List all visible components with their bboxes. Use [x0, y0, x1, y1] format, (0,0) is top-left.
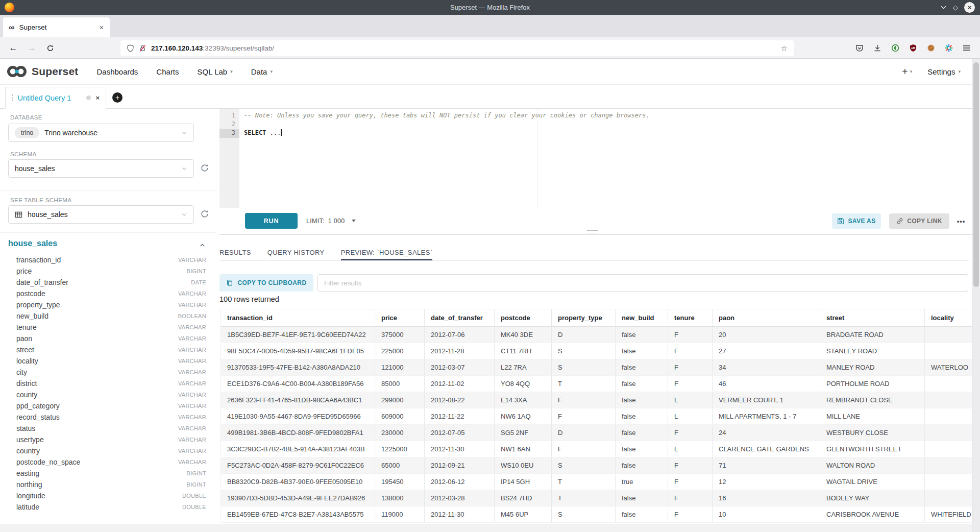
- pocket-icon[interactable]: [855, 44, 864, 52]
- copy-link-button[interactable]: COPY LINK: [889, 213, 949, 229]
- table-row[interactable]: 3C3C29DC-B7B2-4BE5-914A-A38123AF403B1225…: [221, 441, 978, 457]
- download-icon[interactable]: [873, 44, 881, 52]
- url-bar[interactable]: 217.160.120.143:32393/superset/sqllab/ ☆: [120, 40, 794, 56]
- extension-green-icon[interactable]: [891, 44, 899, 52]
- settings-menu[interactable]: Settings▾: [927, 67, 961, 76]
- column-row[interactable]: districtVARCHAR: [0, 378, 216, 389]
- caret-down-icon: ▾: [910, 69, 913, 74]
- column-header-new_build[interactable]: new_build: [616, 309, 668, 327]
- column-row[interactable]: statusVARCHAR: [0, 423, 216, 434]
- column-header-transaction_id[interactable]: transaction_id: [221, 309, 375, 327]
- column-row[interactable]: countyVARCHAR: [0, 389, 216, 400]
- table-row[interactable]: BB8320C9-D82B-4B37-90E0-9FEE05095E101954…: [221, 474, 978, 490]
- save-as-button[interactable]: SAVE AS: [832, 213, 881, 229]
- refresh-table-icon[interactable]: [200, 209, 210, 220]
- column-row[interactable]: cityVARCHAR: [0, 367, 216, 378]
- bookmark-star-icon[interactable]: ☆: [781, 44, 788, 53]
- forward-icon[interactable]: →: [24, 37, 39, 59]
- table-row[interactable]: F5C273AC-0D2A-458F-8279-9C61F0C22EC66500…: [221, 457, 978, 474]
- table-cell: L: [668, 392, 713, 408]
- tab-close-icon[interactable]: ×: [100, 23, 104, 32]
- column-row[interactable]: localityVARCHAR: [0, 355, 216, 367]
- table-row[interactable]: 1B5C39ED-BE7F-41EF-9E71-9C60EED74A223750…: [221, 327, 978, 343]
- cookie-icon[interactable]: [927, 44, 935, 52]
- shield-icon[interactable]: [127, 44, 134, 52]
- superset-brand[interactable]: Superset: [6, 64, 78, 79]
- column-header-tenure[interactable]: tenure: [668, 309, 713, 327]
- limit-dropdown[interactable]: LIMIT: 1 000: [306, 213, 356, 229]
- column-row[interactable]: latitudeDOUBLE: [0, 501, 216, 513]
- back-icon[interactable]: ←: [6, 37, 20, 59]
- reload-icon[interactable]: [43, 37, 57, 59]
- query-tab[interactable]: Untitled Query 1 ×: [5, 87, 106, 109]
- browser-tab[interactable]: ∞ Superset ×: [2, 17, 110, 37]
- column-row[interactable]: transaction_idVARCHAR: [0, 254, 216, 265]
- ublock-icon[interactable]: uB: [909, 44, 917, 52]
- column-row[interactable]: longitudeDOUBLE: [0, 490, 216, 501]
- column-row[interactable]: property_typeVARCHAR: [0, 299, 216, 310]
- menu-icon[interactable]: [963, 44, 971, 52]
- table-row[interactable]: ECE1D376-C9A6-4C00-B004-A380B189FA568500…: [221, 376, 978, 392]
- results-tab-preview[interactable]: PREVIEW: `HOUSE_SALES`: [341, 244, 433, 260]
- add-new-button[interactable]: +▾: [902, 66, 912, 78]
- column-header-postcode[interactable]: postcode: [495, 309, 552, 327]
- table-row[interactable]: 499B1981-3B6B-4BCD-808F-9FED9802BFA12300…: [221, 425, 978, 441]
- lock-slash-icon[interactable]: [139, 44, 146, 52]
- editor-code[interactable]: -- Note: Unless you save your query, the…: [244, 112, 972, 138]
- minimize-icon[interactable]: [940, 4, 947, 11]
- results-tab-query-history[interactable]: QUERY HISTORY: [267, 244, 325, 260]
- query-tab-close-icon[interactable]: ×: [95, 94, 100, 102]
- column-row[interactable]: countryVARCHAR: [0, 445, 216, 456]
- column-header-street[interactable]: street: [820, 309, 925, 327]
- window-close-icon[interactable]: ×: [964, 2, 975, 13]
- nav-item-sql-lab[interactable]: SQL Lab▾: [198, 67, 233, 76]
- column-row[interactable]: new_buildBOOLEAN: [0, 310, 216, 322]
- column-header-locality[interactable]: locality: [925, 309, 978, 327]
- filter-results-input[interactable]: [317, 274, 968, 292]
- nav-item-charts[interactable]: Charts: [156, 67, 179, 76]
- nav-item-dashboards[interactable]: Dashboards: [96, 67, 138, 76]
- results-tab-results[interactable]: RESULTS: [219, 244, 251, 260]
- column-header-property_type[interactable]: property_type: [552, 309, 616, 327]
- table-row[interactable]: 193907D3-5DBD-453D-A49E-9FEE27DAB9261380…: [221, 490, 978, 506]
- table-row[interactable]: EB1459EB-67ED-47C8-B2E7-A38143AB55751190…: [221, 506, 978, 523]
- table-select[interactable]: house_sales: [8, 205, 194, 224]
- column-row[interactable]: northingBIGINT: [0, 479, 216, 490]
- table-schema-title[interactable]: house_sales: [8, 239, 57, 248]
- caret-down-icon: ▾: [270, 69, 273, 74]
- column-row[interactable]: streetVARCHAR: [0, 344, 216, 355]
- column-row[interactable]: eastingBIGINT: [0, 468, 216, 479]
- table-row[interactable]: 419E1030-9A55-4467-8DA9-9FED95D659666090…: [221, 408, 978, 425]
- extension-pinwheel-icon[interactable]: [945, 44, 953, 52]
- copy-to-clipboard-button[interactable]: COPY TO CLIPBOARD: [219, 274, 313, 292]
- column-row[interactable]: ppd_categoryVARCHAR: [0, 400, 216, 412]
- column-row[interactable]: priceBIGINT: [0, 265, 216, 277]
- column-row[interactable]: tenureVARCHAR: [0, 322, 216, 333]
- table-row[interactable]: 98F5DC47-0D05-4D59-95B7-98CA6F1FDE052250…: [221, 343, 978, 359]
- column-row[interactable]: postcode_no_spaceVARCHAR: [0, 456, 216, 468]
- run-button[interactable]: RUN: [245, 213, 298, 229]
- page-scrollbar[interactable]: [972, 59, 980, 532]
- column-header-paon[interactable]: paon: [713, 309, 820, 327]
- nav-item-data[interactable]: Data▾: [251, 67, 273, 76]
- drag-handle-icon[interactable]: [12, 94, 13, 101]
- schema-select[interactable]: house_sales: [8, 159, 194, 178]
- column-header-date_of_transfer[interactable]: date_of_transfer: [425, 309, 495, 327]
- database-select[interactable]: trino Trino warehouse: [8, 124, 194, 142]
- pane-resize-handle[interactable]: [587, 230, 598, 233]
- column-row[interactable]: postcodeVARCHAR: [0, 288, 216, 299]
- column-row[interactable]: usertypeVARCHAR: [0, 434, 216, 445]
- scrollbar-thumb[interactable]: [973, 62, 979, 287]
- column-row[interactable]: record_statusVARCHAR: [0, 412, 216, 423]
- sql-editor[interactable]: 123 -- Note: Unless you save your query,…: [219, 109, 972, 208]
- chevron-up-icon[interactable]: [199, 242, 206, 249]
- more-options-button[interactable]: •••: [952, 213, 970, 229]
- add-query-tab-button[interactable]: +: [112, 92, 122, 103]
- table-row[interactable]: 2636F323-FF41-4765-81DB-98CAA6A43BC12990…: [221, 392, 978, 408]
- maximize-icon[interactable]: ◇: [953, 4, 958, 11]
- refresh-schema-icon[interactable]: [200, 163, 210, 174]
- table-row[interactable]: 91370533-19F5-47FE-B142-A380A8ADA2101210…: [221, 359, 978, 376]
- column-row[interactable]: paonVARCHAR: [0, 333, 216, 344]
- column-row[interactable]: date_of_transferDATE: [0, 277, 216, 288]
- column-header-price[interactable]: price: [375, 309, 425, 327]
